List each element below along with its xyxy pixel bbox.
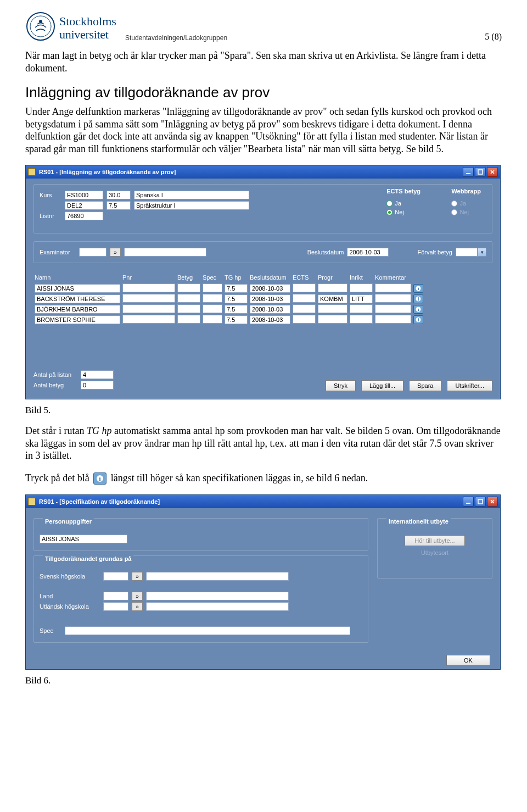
examinator-lookup-button[interactable]: »: [110, 248, 121, 257]
info-icon[interactable]: i: [413, 315, 423, 324]
cell-namn[interactable]: BRÖMSTER SOPHIE: [35, 315, 120, 324]
cell-namn[interactable]: AISSI JONAS: [35, 284, 120, 293]
student-table: Namn Pnr Betyg Spec TG hp Beslutsdatum E…: [33, 271, 492, 325]
cell-pnr[interactable]: [122, 294, 175, 303]
titlebar-2[interactable]: RS01 - [Specifikation av tillgodoräknand…: [26, 495, 500, 508]
cell-beslutsdatum[interactable]: 2008-10-03: [250, 315, 290, 324]
cell-kommentar[interactable]: [375, 315, 411, 324]
table-row[interactable]: BJÖRKHEM BARBRO7.52008-10-03i: [33, 304, 492, 314]
land-lookup-button[interactable]: »: [132, 592, 143, 600]
cell-progr[interactable]: [318, 283, 347, 292]
beslutsdatum-field[interactable]: 2008-10-03: [347, 248, 389, 257]
cell-pnr[interactable]: [122, 315, 175, 324]
cell-beslutsdatum[interactable]: 2008-10-03: [250, 294, 290, 303]
kurs-name-2: Språkstruktur I: [134, 201, 249, 210]
svensk-lookup-button[interactable]: »: [132, 572, 143, 581]
info-icon[interactable]: i: [413, 294, 423, 303]
cell-betyg[interactable]: [177, 294, 200, 303]
forvalt-betyg-label: Förvalt betyg: [417, 249, 452, 255]
webb-ja-radio: [451, 201, 457, 207]
cell-progr[interactable]: [318, 304, 347, 313]
info-icon[interactable]: i: [413, 284, 423, 293]
utbytesort-label: Utbytesort: [421, 549, 448, 556]
kurs-code-1[interactable]: ES1000: [65, 191, 103, 199]
chevron-down-icon[interactable]: ▾: [478, 248, 486, 257]
cell-tghp[interactable]: 7.5: [225, 315, 248, 324]
stryk-button[interactable]: Stryk: [326, 380, 356, 391]
brand-line2: universitet: [59, 27, 116, 42]
cell-namn[interactable]: BJÖRKHEM BARBRO: [35, 305, 120, 314]
cell-kommentar[interactable]: [375, 283, 411, 292]
cell-namn[interactable]: BACKSTRÖM THERESE: [35, 294, 120, 303]
cell-ects[interactable]: [293, 304, 316, 313]
cell-beslutsdatum[interactable]: 2008-10-03: [250, 284, 290, 293]
cell-ects[interactable]: [293, 283, 316, 292]
info-icon[interactable]: i: [413, 305, 423, 314]
cell-inrikt[interactable]: LITT: [350, 294, 373, 303]
svensk-name-field: [146, 572, 289, 581]
kurs-name-1: Spanska I: [134, 191, 249, 199]
cell-betyg[interactable]: [177, 283, 200, 292]
svg-rect-15: [466, 503, 470, 504]
spara-button[interactable]: Spara: [409, 380, 441, 391]
beslutsdatum-label: Beslutsdatum: [307, 249, 344, 255]
land-field[interactable]: [103, 592, 128, 600]
ects-nej-radio[interactable]: [386, 209, 393, 215]
cell-spec[interactable]: [203, 283, 222, 292]
cell-spec[interactable]: [203, 294, 222, 303]
forvalt-betyg-select[interactable]: ▾: [456, 248, 486, 257]
table-row[interactable]: BACKSTRÖM THERESE7.52008-10-03KOMBMLITTi: [33, 294, 492, 304]
cell-ects[interactable]: [293, 315, 316, 324]
cell-kommentar[interactable]: [375, 304, 411, 313]
maximize-icon[interactable]: [475, 497, 486, 507]
cell-progr[interactable]: KOMBM: [318, 294, 347, 303]
cell-spec[interactable]: [203, 304, 222, 313]
cell-betyg[interactable]: [177, 315, 200, 324]
cell-kommentar[interactable]: [375, 294, 411, 303]
antal-listan-label: Antal på listan: [33, 371, 77, 378]
ok-button[interactable]: OK: [446, 655, 490, 666]
cell-tghp[interactable]: 7.5: [225, 305, 248, 314]
webb-option-group: Webbrapp Ja Nej: [451, 188, 481, 218]
maximize-icon[interactable]: [475, 167, 486, 177]
cell-pnr[interactable]: [122, 283, 175, 292]
lagg-till-button[interactable]: Lägg till...: [361, 380, 403, 391]
cell-pnr[interactable]: [122, 304, 175, 313]
examinator-label: Examinator: [40, 249, 76, 255]
table-row[interactable]: AISSI JONAS7.52008-10-03i: [33, 283, 492, 293]
ects-ja-radio[interactable]: [386, 201, 393, 207]
cell-inrikt[interactable]: [350, 304, 373, 313]
close-icon[interactable]: [487, 167, 498, 177]
window-title: RS01 - [Inläggning av tillgodoräknande a…: [39, 169, 459, 175]
cell-betyg[interactable]: [177, 304, 200, 313]
close-icon[interactable]: [487, 497, 498, 507]
table-row[interactable]: BRÖMSTER SOPHIE7.52008-10-03i: [33, 315, 492, 325]
cell-inrikt[interactable]: [350, 315, 373, 324]
ects-title: ECTS betyg: [386, 188, 421, 194]
utlandsk-lookup-button[interactable]: »: [132, 602, 143, 611]
cell-tghp[interactable]: 7.5: [225, 284, 248, 293]
titlebar[interactable]: RS01 - [Inläggning av tillgodoräknande a…: [26, 165, 500, 179]
cell-tghp[interactable]: 7.5: [225, 294, 248, 303]
minimize-icon[interactable]: [463, 497, 474, 507]
cell-inrikt[interactable]: [350, 283, 373, 292]
minimize-icon[interactable]: [463, 167, 474, 177]
kurs-code-2[interactable]: DEL2: [65, 201, 103, 210]
grundas-legend: Tillgodoräknandet grundas på: [43, 555, 133, 562]
th-pnr: Pnr: [121, 274, 176, 281]
antal-listan-field: 4: [81, 370, 114, 379]
utskrifter-button[interactable]: Utskrifter...: [447, 380, 492, 391]
examinator-field[interactable]: [79, 248, 106, 257]
spec-field[interactable]: [65, 626, 350, 635]
utlandsk-hogskola-field[interactable]: [103, 602, 128, 611]
cell-ects[interactable]: [293, 294, 316, 303]
cell-beslutsdatum[interactable]: 2008-10-03: [250, 305, 290, 314]
cell-progr[interactable]: [318, 315, 347, 324]
th-spec: Spec: [201, 274, 223, 281]
svensk-hogskola-field[interactable]: [103, 572, 128, 581]
caption-bild5: Bild 5.: [25, 405, 502, 416]
svg-point-2: [39, 20, 42, 23]
cell-spec[interactable]: [203, 315, 222, 324]
listnr-field[interactable]: 76890: [65, 212, 103, 220]
international-legend: Internationellt utbyte: [386, 518, 451, 525]
